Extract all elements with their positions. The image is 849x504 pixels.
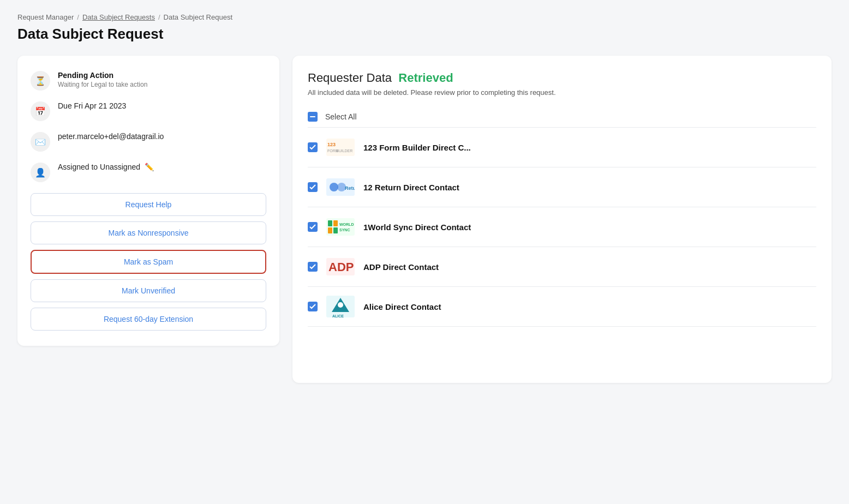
status-sub: Waiting for Legal to take action	[58, 81, 147, 88]
email-text: peter.marcelo+del@datagrail.io	[58, 132, 164, 141]
list-item: 123 FORM BUILDER 123 Form Builder Direct…	[308, 128, 816, 167]
email-icon: ✉️	[31, 132, 50, 152]
action-buttons: Request Help Mark as Nonresponsive Mark …	[31, 193, 266, 331]
assigned-text: Assigned to Unassigned	[58, 163, 140, 171]
svg-text:SYNC: SYNC	[339, 228, 350, 232]
breadcrumb-item-1: Request Manager	[17, 13, 74, 21]
item-name-2: 12 Return Direct Contact	[363, 183, 459, 192]
due-date-item: 📅 Due Fri Apr 21 2023	[31, 101, 266, 121]
hourglass-icon: ⏳	[31, 71, 50, 91]
svg-point-19	[338, 302, 343, 308]
mark-spam-button[interactable]: Mark as Spam	[31, 250, 266, 274]
item-name-5: Alice Direct Contact	[363, 302, 441, 311]
item-name-1: 123 Form Builder Direct C...	[363, 143, 471, 152]
breadcrumb-item-2[interactable]: Data Subject Requests	[82, 13, 155, 21]
logo-alice: ALICE	[326, 297, 355, 316]
breadcrumb-item-3: Data Subject Request	[164, 13, 232, 21]
logo-123formbuilder: 123 FORM BUILDER	[326, 137, 355, 157]
page-title: Data Subject Request	[17, 26, 832, 43]
svg-rect-9	[328, 220, 332, 226]
svg-rect-12	[333, 227, 338, 233]
svg-text:Return: Return	[345, 185, 355, 191]
mark-nonresponsive-button[interactable]: Mark as Nonresponsive	[31, 221, 266, 244]
svg-rect-11	[328, 227, 332, 233]
select-all-label: Select All	[325, 112, 357, 121]
breadcrumb-sep-1: /	[77, 13, 79, 21]
item-checkbox-2[interactable]	[308, 182, 318, 192]
right-panel: Requester Data Retrieved All included da…	[292, 56, 832, 383]
svg-rect-10	[333, 220, 338, 226]
item-checkbox-1[interactable]	[308, 142, 318, 152]
item-name-4: ADP Direct Contact	[363, 262, 439, 272]
svg-text:ALICE: ALICE	[332, 314, 344, 317]
logo-adp: ADP	[326, 257, 355, 277]
request-help-button[interactable]: Request Help	[31, 193, 266, 216]
select-all-row[interactable]: Select All	[308, 106, 816, 128]
edit-icon[interactable]: ✏️	[145, 163, 154, 171]
list-item: ALICE Alice Direct Contact	[308, 287, 816, 327]
status-label: Pending Action	[58, 71, 147, 80]
calendar-icon: 📅	[31, 101, 50, 121]
item-checkbox-4[interactable]	[308, 262, 318, 272]
svg-rect-0	[326, 139, 355, 156]
svg-text:BUILDER: BUILDER	[336, 149, 352, 153]
breadcrumb: Request Manager / Data Subject Requests …	[17, 13, 832, 21]
select-all-checkbox[interactable]	[308, 112, 318, 122]
panel-header: Requester Data Retrieved All included da…	[308, 71, 816, 97]
email-item: ✉️ peter.marcelo+del@datagrail.io	[31, 132, 266, 152]
list-item: ADP ADP Direct Contact	[308, 247, 816, 287]
retrieved-status: Retrieved	[398, 71, 453, 85]
status-info-item: ⏳ Pending Action Waiting for Legal to ta…	[31, 71, 266, 91]
mark-unverified-button[interactable]: Mark Unverified	[31, 279, 266, 302]
svg-text:ADP: ADP	[328, 260, 354, 274]
logo-1worldsync: WORLD SYNC	[326, 217, 355, 237]
due-date-text: Due Fri Apr 21 2023	[58, 101, 126, 110]
svg-point-5	[330, 183, 338, 191]
panel-title-text: Requester Data	[308, 71, 392, 85]
svg-text:123: 123	[327, 142, 336, 147]
breadcrumb-sep-2: /	[158, 13, 160, 21]
panel-title: Requester Data Retrieved	[308, 71, 816, 85]
list-item: WORLD SYNC 1World Sync Direct Contact	[308, 207, 816, 247]
request-extension-button[interactable]: Request 60-day Extension	[31, 308, 266, 331]
item-checkbox-5[interactable]	[308, 302, 318, 311]
panel-subtitle: All included data will be deleted. Pleas…	[308, 88, 816, 97]
logo-12return: Return	[326, 177, 355, 197]
item-checkbox-3[interactable]	[308, 222, 318, 232]
list-item: Return 12 Return Direct Contact	[308, 167, 816, 207]
item-name-3: 1World Sync Direct Contact	[363, 223, 471, 232]
svg-text:WORLD: WORLD	[339, 223, 354, 226]
assigned-item: 👤 Assigned to Unassigned ✏️	[31, 163, 266, 182]
person-icon: 👤	[31, 163, 50, 182]
left-card: ⏳ Pending Action Waiting for Legal to ta…	[17, 56, 279, 346]
